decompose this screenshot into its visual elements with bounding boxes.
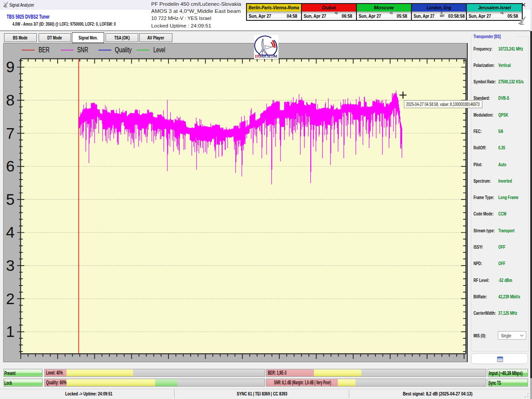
svg-text:DXSATCS.COM: DXSATCS.COM — [255, 55, 278, 59]
